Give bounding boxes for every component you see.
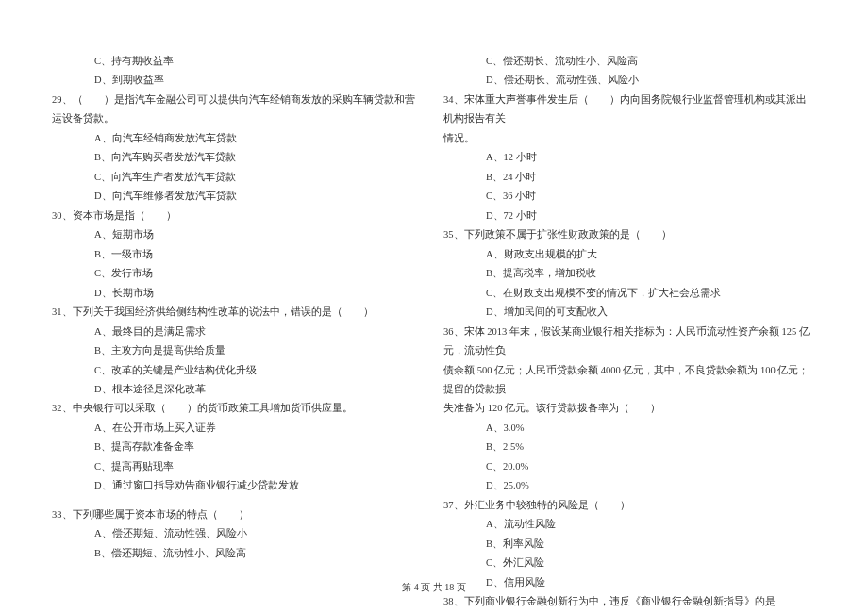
q30-option-c: C、发行市场: [52, 264, 425, 283]
q30-option-b: B、一级市场: [52, 245, 425, 264]
q34-continuation: 情况。: [443, 129, 816, 148]
page-footer: 第 4 页 共 18 页: [0, 581, 868, 594]
q32-option-b: B、提高存款准备金率: [52, 438, 425, 456]
q31-text: 31、下列关于我国经济供给侧结构性改革的说法中，错误的是（ ）: [52, 303, 425, 322]
q36-option-a: A、3.0%: [443, 419, 816, 438]
q36-option-d: D、25.0%: [443, 476, 816, 495]
q37-option-c: C、外汇风险: [443, 554, 816, 572]
q29-text: 29、（ ）是指汽车金融公司可以提供向汽车经销商发放的采购车辆贷款和营运设备贷款…: [52, 91, 425, 129]
q33-text: 33、下列哪些属于资本市场的特点（ ）: [52, 505, 425, 524]
q32-text: 32、中央银行可以采取（ ）的货币政策工具增加货币供应量。: [52, 399, 425, 418]
left-column: C、持有期收益率 D、到期收益率 29、（ ）是指汽车金融公司可以提供向汽车经销…: [52, 52, 425, 561]
q37-text: 37、外汇业务中较独特的风险是（ ）: [443, 496, 816, 515]
q36-option-c: C、20.0%: [443, 457, 816, 476]
q36-continuation-1: 债余额 500 亿元；人民币贷款余额 4000 亿元，其中，不良贷款余额为 10…: [443, 361, 816, 400]
q32-option-d: D、通过窗口指导劝告商业银行减少贷款发放: [52, 476, 425, 495]
q38-text: 38、下列商业银行金融创新行为中，违反《商业银行金融创新指导》的是（ ）: [443, 592, 816, 613]
q29-option-b: B、向汽车购买者发放汽车贷款: [52, 148, 425, 167]
q33-option-a: A、偿还期短、流动性强、风险小: [52, 524, 425, 543]
q35-option-d: D、增加民间的可支配收入: [443, 303, 816, 322]
q32-option-c: C、提高再贴现率: [52, 457, 425, 476]
q34-option-c: C、36 小时: [443, 187, 816, 206]
q30-text: 30、资本市场是指（ ）: [52, 207, 425, 225]
q34-option-a: A、12 小时: [443, 148, 816, 167]
q30-option-d: D、长期市场: [52, 284, 425, 303]
q36-option-b: B、2.5%: [443, 438, 816, 456]
q31-option-a: A、最终目的是满足需求: [52, 323, 425, 341]
q32-option-a: A、在公开市场上买入证券: [52, 419, 425, 438]
q34-option-b: B、24 小时: [443, 168, 816, 187]
q36-text: 36、宋体 2013 年末，假设某商业银行相关指标为：人民币流动性资产余额 12…: [443, 323, 816, 361]
q37-option-a: A、流动性风险: [443, 515, 816, 534]
page-content: C、持有期收益率 D、到期收益率 29、（ ）是指汽车金融公司可以提供向汽车经销…: [52, 52, 816, 561]
q34-option-d: D、72 小时: [443, 207, 816, 225]
q35-text: 35、下列政策不属于扩张性财政政策的是（ ）: [443, 225, 816, 244]
q30-option-a: A、短期市场: [52, 225, 425, 244]
q29-option-a: A、向汽车经销商发放汽车贷款: [52, 129, 425, 148]
q29-option-d: D、向汽车维修者发放汽车贷款: [52, 187, 425, 206]
q28-option-d: D、到期收益率: [52, 71, 425, 90]
q31-option-d: D、根本途径是深化改革: [52, 380, 425, 399]
q35-option-a: A、财政支出规模的扩大: [443, 245, 816, 264]
right-column: C、偿还期长、流动性小、风险高 D、偿还期长、流动性强、风险小 34、宋体重大声…: [443, 52, 816, 561]
q35-option-c: C、在财政支出规模不变的情况下，扩大社会总需求: [443, 284, 816, 303]
q33-option-d: D、偿还期长、流动性强、风险小: [443, 71, 816, 90]
q28-option-c: C、持有期收益率: [52, 52, 425, 71]
q35-option-b: B、提高税率，增加税收: [443, 264, 816, 283]
q31-option-c: C、改革的关键是产业结构优化升级: [52, 361, 425, 380]
q36-continuation-2: 失准备为 120 亿元。该行贷款拨备率为（ ）: [443, 399, 816, 418]
q29-option-c: C、向汽车生产者发放汽车贷款: [52, 168, 425, 187]
q31-option-b: B、主攻方向是提高供给质量: [52, 341, 425, 360]
q37-option-b: B、利率风险: [443, 535, 816, 554]
q33-option-c: C、偿还期长、流动性小、风险高: [443, 52, 816, 71]
q33-option-b: B、偿还期短、流动性小、风险高: [52, 544, 425, 563]
q34-text: 34、宋体重大声誉事件发生后（ ）内向国务院银行业监督管理机构或其派出机构报告有…: [443, 91, 816, 129]
